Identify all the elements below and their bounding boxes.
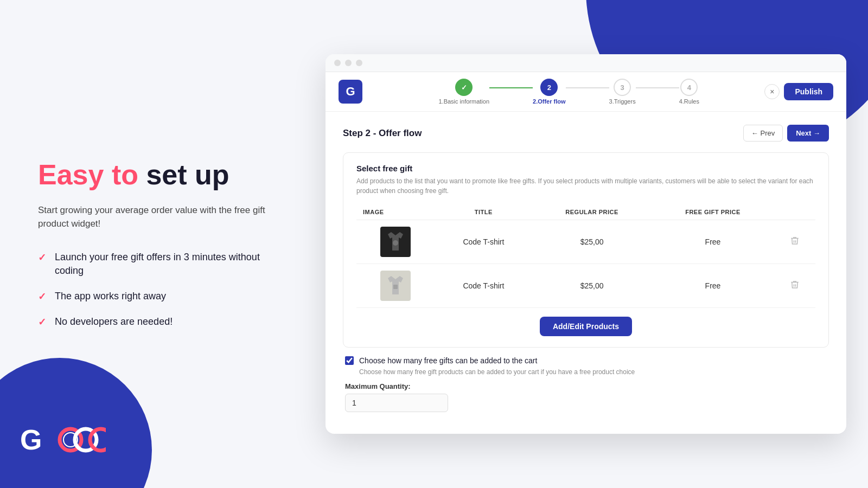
step-label-2: 2.Offer flow — [533, 98, 566, 105]
select-gift-desc: Add products to the list that you want t… — [356, 176, 815, 196]
step-connector-3 — [636, 87, 679, 88]
table-row: Code T-shirt $25,00 Free — [356, 264, 815, 308]
window-chrome — [326, 54, 846, 72]
step-circle-4: 4 — [680, 79, 698, 96]
feature-item-2: ✓ The app works right away — [38, 290, 277, 303]
product-gift-price-2: Free — [652, 264, 775, 308]
window-dot-1 — [334, 60, 341, 66]
right-panel: G ✓ 1.Basic information 2 2.Offer flow — [315, 0, 868, 488]
product-image-cell-1 — [356, 220, 435, 264]
headline-part2: set up — [146, 159, 229, 190]
left-panel: Easy to set up Start growing your averag… — [0, 0, 315, 488]
feature-list: ✓ Launch your free gift offers in 3 minu… — [38, 251, 277, 329]
window-dot-2 — [345, 60, 352, 66]
checkbox-hint: Choose how many free gift products can b… — [359, 368, 827, 376]
step-circle-1: ✓ — [455, 79, 473, 96]
select-gift-title: Select free gift — [356, 164, 815, 173]
tshirt-light-image — [380, 271, 411, 301]
delete-icon-1[interactable] — [790, 238, 800, 247]
product-title-2: Code T-shirt — [435, 264, 532, 308]
step-title: Step 2 - Offer flow — [343, 128, 422, 139]
check-icon-1: ✓ — [38, 252, 46, 264]
headline: Easy to set up — [38, 159, 277, 190]
col-image: IMAGE — [356, 204, 435, 220]
quantity-checkbox[interactable] — [345, 356, 354, 365]
step-1[interactable]: ✓ 1.Basic information — [438, 79, 489, 105]
product-price-2: $25,00 — [533, 264, 652, 308]
step-connector-2 — [566, 87, 609, 88]
step-label-3: 3.Triggers — [609, 98, 636, 105]
product-delete-2[interactable] — [774, 264, 815, 308]
col-actions — [774, 204, 815, 220]
next-button[interactable]: Next → — [787, 125, 829, 142]
step-connector-1 — [489, 87, 533, 88]
feature-text-1: Launch your free gift offers in 3 minute… — [55, 251, 277, 278]
publish-button[interactable]: Publish — [784, 83, 833, 100]
feature-text-3: No developers are needed! — [55, 315, 173, 329]
svg-point-6 — [393, 240, 398, 246]
product-delete-1[interactable] — [774, 220, 815, 264]
step-header: Step 2 - Offer flow ← Prev Next → — [343, 125, 829, 142]
tshirt-dark-image — [380, 227, 411, 257]
product-gift-price-1: Free — [652, 220, 775, 264]
checkbox-label: Choose how many free gifts can be added … — [359, 356, 537, 365]
close-button[interactable]: × — [764, 84, 780, 99]
feature-text-2: The app works right away — [55, 290, 166, 303]
col-regular-price: REGULAR PRICE — [533, 204, 652, 220]
product-image-cell-2 — [356, 264, 435, 308]
check-icon-3: ✓ — [38, 316, 46, 328]
col-title: TITLE — [435, 204, 532, 220]
select-free-gift-section: Select free gift Add products to the lis… — [343, 152, 829, 348]
step-circle-3: 3 — [614, 79, 631, 96]
svg-text:G: G — [20, 424, 42, 455]
svg-rect-8 — [393, 285, 398, 289]
subtitle: Start growing your average order value w… — [38, 203, 277, 231]
step-4[interactable]: 4 4.Rules — [679, 79, 699, 105]
window-dot-3 — [356, 60, 362, 66]
max-qty-label: Maximum Quantity: — [345, 382, 827, 390]
delete-icon-2[interactable] — [790, 282, 800, 291]
step-label-1: 1.Basic information — [438, 98, 489, 105]
header-actions: × Publish — [764, 83, 833, 100]
headline-part1: Easy to — [38, 159, 138, 190]
brand-logo-circle: G — [19, 423, 106, 458]
checkbox-row: Choose how many free gifts can be added … — [345, 356, 827, 365]
check-icon-2: ✓ — [38, 291, 46, 303]
app-content: Step 2 - Offer flow ← Prev Next → Select… — [326, 112, 846, 425]
step-circle-2: 2 — [540, 79, 558, 96]
feature-item-3: ✓ No developers are needed! — [38, 315, 277, 329]
products-table: IMAGE TITLE REGULAR PRICE FREE GIFT PRIC… — [356, 204, 815, 308]
max-quantity-input[interactable] — [345, 394, 448, 412]
add-edit-products-button[interactable]: Add/Edit Products — [540, 317, 632, 336]
nav-buttons: ← Prev Next → — [743, 125, 829, 142]
app-logo: G — [339, 80, 362, 104]
step-2[interactable]: 2 2.Offer flow — [533, 79, 566, 105]
steps-nav: ✓ 1.Basic information 2 2.Offer flow 3 3… — [384, 79, 754, 105]
product-price-1: $25,00 — [533, 220, 652, 264]
product-title-1: Code T-shirt — [435, 220, 532, 264]
app-header: G ✓ 1.Basic information 2 2.Offer flow — [326, 72, 846, 112]
quantity-section: Choose how many free gifts can be added … — [343, 356, 829, 412]
feature-item-1: ✓ Launch your free gift offers in 3 minu… — [38, 251, 277, 278]
col-gift-price: FREE GIFT PRICE — [652, 204, 775, 220]
table-row: Code T-shirt $25,00 Free — [356, 220, 815, 264]
app-window: G ✓ 1.Basic information 2 2.Offer flow — [326, 54, 846, 434]
prev-button[interactable]: ← Prev — [743, 125, 783, 142]
step-label-4: 4.Rules — [679, 98, 699, 105]
step-3[interactable]: 3 3.Triggers — [609, 79, 636, 105]
